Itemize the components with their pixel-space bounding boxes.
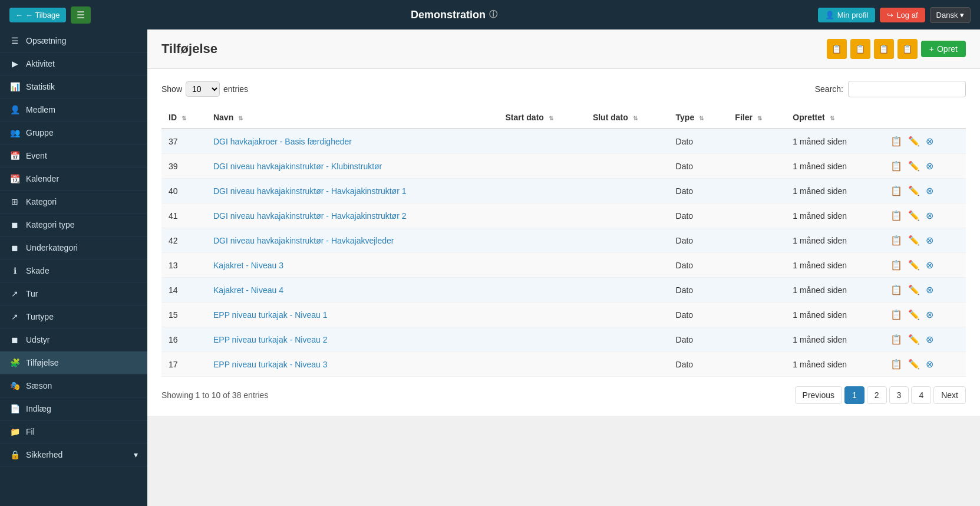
sidebar-item-medlem[interactable]: 👤 Medlem bbox=[0, 98, 147, 121]
col-type[interactable]: Type ⇅ bbox=[669, 107, 728, 129]
row-actions: 📋 ✏️ ⊗ bbox=[882, 228, 966, 253]
row-start_dato bbox=[499, 154, 586, 179]
col-id[interactable]: ID ⇅ bbox=[161, 107, 206, 129]
table-row: 39DGI niveau havkajakinstruktør - Klubin… bbox=[161, 154, 966, 179]
sidebar-item-fil[interactable]: 📁 Fil bbox=[0, 420, 147, 443]
edit-button[interactable]: ✏️ bbox=[907, 357, 921, 371]
sidebar-item-aktivitet[interactable]: ▶ Aktivitet bbox=[0, 52, 147, 75]
page-title: Tilføjelse bbox=[161, 41, 217, 57]
edit-button[interactable]: ✏️ bbox=[907, 209, 921, 222]
row-filer bbox=[728, 352, 786, 377]
page-button-4[interactable]: 4 bbox=[911, 386, 931, 404]
search-input[interactable] bbox=[848, 81, 966, 97]
delete-button[interactable]: ⊗ bbox=[925, 308, 935, 321]
edit-button[interactable]: ✏️ bbox=[907, 258, 921, 272]
copy-button[interactable]: 📋 bbox=[889, 209, 903, 222]
col-filer[interactable]: Filer ⇅ bbox=[728, 107, 786, 129]
sidebar-item-underkategori[interactable]: ◼ Underkategori bbox=[0, 236, 147, 259]
sidebar-icon-kalender: 📆 bbox=[9, 174, 20, 183]
sidebar-item-saeson[interactable]: 🎭 Sæson bbox=[0, 374, 147, 397]
sidebar-label-sikkerhed: Sikkerhed bbox=[26, 450, 62, 459]
copy-button[interactable]: 📋 bbox=[889, 234, 903, 247]
col-oprettet[interactable]: Oprettet ⇅ bbox=[786, 107, 882, 129]
delete-button[interactable]: ⊗ bbox=[925, 258, 935, 272]
copy-button[interactable]: 📋 bbox=[889, 159, 903, 173]
action-btn-1[interactable]: 📋 bbox=[827, 39, 847, 59]
sort-icon-navn: ⇅ bbox=[238, 115, 243, 121]
col-navn[interactable]: Navn ⇅ bbox=[206, 107, 499, 129]
table-row: 42DGI niveau havkajakinstruktør - Havkaj… bbox=[161, 228, 966, 253]
table-body: 37DGI havkajakroer - Basis færdighederDa… bbox=[161, 129, 966, 377]
page-button-2[interactable]: 2 bbox=[867, 386, 887, 404]
delete-button[interactable]: ⊗ bbox=[925, 234, 935, 247]
copy-button[interactable]: 📋 bbox=[889, 184, 903, 198]
edit-button[interactable]: ✏️ bbox=[907, 134, 921, 148]
row-start_dato bbox=[499, 303, 586, 327]
edit-button[interactable]: ✏️ bbox=[907, 184, 921, 198]
sidebar-item-tilfojelse[interactable]: 🧩 Tilføjelse bbox=[0, 351, 147, 374]
row-type: Dato bbox=[669, 203, 728, 228]
sidebar-icon-skade: ℹ bbox=[9, 266, 20, 275]
delete-button[interactable]: ⊗ bbox=[925, 283, 935, 297]
sidebar-label-aktivitet: Aktivitet bbox=[26, 59, 55, 68]
sidebar-item-turtype[interactable]: ↗ Turtype bbox=[0, 305, 147, 328]
sidebar-item-statistik[interactable]: 📊 Statistik bbox=[0, 75, 147, 98]
edit-button[interactable]: ✏️ bbox=[907, 234, 921, 247]
copy-button[interactable]: 📋 bbox=[889, 258, 903, 272]
create-button[interactable]: + Opret bbox=[921, 41, 966, 57]
col-start_dato[interactable]: Start dato ⇅ bbox=[499, 107, 586, 129]
entries-select[interactable]: 102550100 bbox=[186, 81, 220, 97]
row-slut_dato bbox=[586, 327, 669, 352]
row-slut_dato bbox=[586, 129, 669, 154]
row-navn: DGI niveau havkajakinstruktør - Havkajak… bbox=[206, 228, 499, 253]
sidebar-item-kalender[interactable]: 📆 Kalender bbox=[0, 167, 147, 190]
page-header: Tilføjelse 📋 📋 📋 📋 + Opret bbox=[147, 29, 980, 69]
lang-label: Dansk ▾ bbox=[936, 11, 964, 19]
action-btn-2[interactable]: 📋 bbox=[850, 39, 870, 59]
sidebar-icon-event: 📅 bbox=[9, 151, 20, 160]
next-button[interactable]: Next bbox=[933, 386, 966, 404]
delete-button[interactable]: ⊗ bbox=[925, 134, 935, 148]
copy-button[interactable]: 📋 bbox=[889, 333, 903, 346]
action-btn-4[interactable]: 📋 bbox=[897, 39, 918, 59]
sidebar-item-opsaetning[interactable]: ☰ Opsætning bbox=[0, 29, 147, 52]
copy-button[interactable]: 📋 bbox=[889, 283, 903, 297]
row-filer bbox=[728, 327, 786, 352]
sidebar-item-kategori[interactable]: ⊞ Kategori bbox=[0, 190, 147, 213]
profile-button[interactable]: 👤 Min profil bbox=[818, 8, 876, 22]
delete-button[interactable]: ⊗ bbox=[925, 159, 935, 173]
back-button[interactable]: ← ← Tilbage bbox=[9, 8, 66, 22]
logout-button[interactable]: ↪ Log af bbox=[880, 8, 925, 22]
menu-button[interactable]: ☰ bbox=[71, 6, 91, 24]
sidebar-item-kategori-type[interactable]: ◼ Kategori type bbox=[0, 213, 147, 236]
row-start_dato bbox=[499, 228, 586, 253]
delete-button[interactable]: ⊗ bbox=[925, 184, 935, 198]
sidebar-item-skade[interactable]: ℹ Skade bbox=[0, 259, 147, 282]
sidebar-item-event[interactable]: 📅 Event bbox=[0, 144, 147, 167]
previous-button[interactable]: Previous bbox=[795, 386, 842, 404]
action-btn-3[interactable]: 📋 bbox=[874, 39, 894, 59]
edit-button[interactable]: ✏️ bbox=[907, 333, 921, 346]
row-slut_dato bbox=[586, 228, 669, 253]
page-button-1[interactable]: 1 bbox=[844, 386, 864, 404]
col-slut_dato[interactable]: Slut dato ⇅ bbox=[586, 107, 669, 129]
page-button-3[interactable]: 3 bbox=[889, 386, 909, 404]
row-oprettet: 1 måned siden bbox=[786, 228, 882, 253]
copy-button[interactable]: 📋 bbox=[889, 308, 903, 321]
edit-button[interactable]: ✏️ bbox=[907, 283, 921, 297]
copy-button[interactable]: 📋 bbox=[889, 357, 903, 371]
edit-button[interactable]: ✏️ bbox=[907, 308, 921, 321]
sidebar-item-indlaeg[interactable]: 📄 Indlæg bbox=[0, 397, 147, 420]
row-actions: 📋 ✏️ ⊗ bbox=[882, 129, 966, 154]
copy-button[interactable]: 📋 bbox=[889, 134, 903, 148]
delete-button[interactable]: ⊗ bbox=[925, 357, 935, 371]
sidebar-item-udstyr[interactable]: ◼ Udstyr bbox=[0, 328, 147, 351]
sidebar-item-gruppe[interactable]: 👥 Gruppe bbox=[0, 121, 147, 144]
delete-button[interactable]: ⊗ bbox=[925, 333, 935, 346]
sidebar-item-sikkerhed[interactable]: 🔒 Sikkerhed ▾ bbox=[0, 443, 147, 466]
language-button[interactable]: Dansk ▾ bbox=[930, 7, 971, 23]
delete-button[interactable]: ⊗ bbox=[925, 209, 935, 222]
row-id: 13 bbox=[161, 253, 206, 278]
edit-button[interactable]: ✏️ bbox=[907, 159, 921, 173]
sidebar-item-tur[interactable]: ↗ Tur bbox=[0, 282, 147, 305]
